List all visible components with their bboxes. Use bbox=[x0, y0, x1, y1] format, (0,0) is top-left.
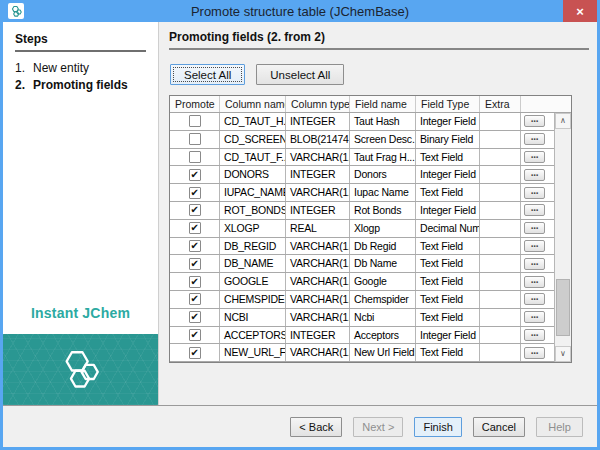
more-cell: ... bbox=[521, 238, 548, 255]
promote-checkbox[interactable] bbox=[189, 151, 201, 163]
cell-field-name: Xlogp bbox=[350, 220, 416, 237]
promote-checkbox[interactable]: ✔ bbox=[189, 329, 201, 341]
cell-extra bbox=[480, 344, 521, 361]
column-header[interactable]: Column name bbox=[220, 96, 286, 112]
finish-button[interactable]: Finish bbox=[414, 417, 461, 437]
column-header[interactable]: Column type bbox=[286, 96, 350, 112]
cell-field-name: Iupac Name bbox=[350, 184, 416, 201]
select-all-button[interactable]: Select All bbox=[170, 64, 245, 85]
cell-field-name: Donors bbox=[350, 166, 416, 183]
table-row[interactable]: ✔CHEMSPIDERVARCHAR(1...ChemspiderText Fi… bbox=[170, 291, 554, 309]
cell-field-type: Text Field bbox=[416, 255, 480, 272]
column-header[interactable]: Field name bbox=[350, 96, 416, 112]
cell-column-name: CHEMSPIDER bbox=[220, 291, 286, 308]
promote-checkbox[interactable]: ✔ bbox=[189, 187, 201, 199]
close-button[interactable]: × bbox=[563, 0, 597, 22]
cell-column-type: VARCHAR(1... bbox=[286, 273, 350, 290]
wizard-step-number: 2. bbox=[15, 78, 33, 92]
cell-column-name: NCBI bbox=[220, 309, 286, 326]
table-row[interactable]: CD_SCREEN...BLOB(21474...Screen Desc...B… bbox=[170, 131, 554, 149]
promote-checkbox[interactable]: ✔ bbox=[189, 222, 201, 234]
table-row[interactable]: ✔DONORSINTEGERDonorsInteger Field... bbox=[170, 166, 554, 184]
promote-cell: ✔ bbox=[170, 291, 220, 308]
promote-checkbox[interactable]: ✔ bbox=[189, 169, 201, 181]
row-options-button[interactable]: ... bbox=[524, 276, 545, 288]
row-options-button[interactable]: ... bbox=[524, 151, 545, 163]
row-options-button[interactable]: ... bbox=[524, 204, 545, 216]
column-header[interactable] bbox=[521, 96, 571, 112]
promote-cell bbox=[170, 113, 220, 130]
more-cell: ... bbox=[521, 220, 548, 237]
table-body: CD_TAUT_H...INTEGERTaut HashInteger Fiel… bbox=[170, 113, 554, 362]
promote-checkbox[interactable] bbox=[189, 115, 201, 127]
cell-column-type: INTEGER bbox=[286, 202, 350, 219]
table-row[interactable]: ✔NCBIVARCHAR(1...NcbiText Field... bbox=[170, 309, 554, 327]
table-row[interactable]: ✔ROT_BONDSINTEGERRot BondsInteger Field.… bbox=[170, 202, 554, 220]
promote-cell bbox=[170, 149, 220, 166]
row-options-button[interactable]: ... bbox=[524, 187, 545, 199]
cell-column-type: VARCHAR(1... bbox=[286, 291, 350, 308]
promote-cell: ✔ bbox=[170, 273, 220, 290]
cell-column-name: DONORS bbox=[220, 166, 286, 183]
scroll-down-button[interactable]: ∨ bbox=[555, 346, 571, 362]
table-row[interactable]: CD_TAUT_F...VARCHAR(1...Taut Frag H...Te… bbox=[170, 149, 554, 167]
promote-checkbox[interactable]: ✔ bbox=[189, 258, 201, 270]
row-options-button[interactable]: ... bbox=[524, 133, 545, 145]
cell-field-type: Text Field bbox=[416, 291, 480, 308]
row-options-button[interactable]: ... bbox=[524, 347, 545, 359]
cell-field-type: Integer Field bbox=[416, 166, 480, 183]
table-row[interactable]: ✔NEW_URL_FI...VARCHAR(1...New Url FieldT… bbox=[170, 344, 554, 362]
row-options-button[interactable]: ... bbox=[524, 293, 545, 305]
table-row[interactable]: ✔DB_REGIDVARCHAR(1...Db RegidText Field.… bbox=[170, 238, 554, 256]
cell-extra bbox=[480, 309, 521, 326]
table-row[interactable]: ✔XLOGPREALXlogpDecimal Num...... bbox=[170, 220, 554, 238]
page-title: Promoting fields (2. from 2) bbox=[169, 30, 589, 50]
table-row[interactable]: ✔GOOGLEVARCHAR(1...GoogleText Field... bbox=[170, 273, 554, 291]
steps-heading: Steps bbox=[15, 32, 146, 52]
cell-column-name: GOOGLE bbox=[220, 273, 286, 290]
cell-field-name: Ncbi bbox=[350, 309, 416, 326]
more-cell: ... bbox=[521, 184, 548, 201]
scroll-up-button[interactable]: ∧ bbox=[555, 113, 571, 129]
cell-field-name: Screen Desc... bbox=[350, 131, 416, 148]
row-options-button[interactable]: ... bbox=[524, 169, 545, 181]
table-row[interactable]: CD_TAUT_H...INTEGERTaut HashInteger Fiel… bbox=[170, 113, 554, 131]
vertical-scrollbar[interactable]: ∧ ∨ bbox=[554, 113, 571, 362]
promote-checkbox[interactable]: ✔ bbox=[189, 204, 201, 216]
row-options-button[interactable]: ... bbox=[524, 311, 545, 323]
table-row[interactable]: ✔ACCEPTORSINTEGERAcceptorsInteger Field.… bbox=[170, 327, 554, 345]
row-options-button[interactable]: ... bbox=[524, 240, 545, 252]
promote-cell: ✔ bbox=[170, 238, 220, 255]
back-button[interactable]: < Back bbox=[290, 417, 342, 437]
table-row[interactable]: ✔DB_NAMEVARCHAR(1...Db NameText Field... bbox=[170, 255, 554, 273]
brand-logo-panel bbox=[3, 334, 158, 405]
cell-column-type: VARCHAR(1... bbox=[286, 184, 350, 201]
promote-checkbox[interactable]: ✔ bbox=[189, 311, 201, 323]
more-cell: ... bbox=[521, 131, 548, 148]
scrollbar-track[interactable] bbox=[555, 129, 571, 346]
cell-field-type: Text Field bbox=[416, 344, 480, 361]
cell-field-type: Integer Field bbox=[416, 202, 480, 219]
cancel-button[interactable]: Cancel bbox=[473, 417, 525, 437]
cell-field-type: Decimal Num... bbox=[416, 220, 480, 237]
row-options-button[interactable]: ... bbox=[524, 258, 545, 270]
unselect-all-button[interactable]: Unselect All bbox=[256, 64, 344, 85]
column-header[interactable]: Promote bbox=[170, 96, 220, 112]
scrollbar-thumb[interactable] bbox=[556, 279, 570, 336]
column-header[interactable]: Field Type bbox=[416, 96, 480, 112]
cell-field-type: Text Field bbox=[416, 149, 480, 166]
promote-checkbox[interactable]: ✔ bbox=[189, 347, 201, 359]
row-options-button[interactable]: ... bbox=[524, 115, 545, 127]
promote-checkbox[interactable]: ✔ bbox=[189, 240, 201, 252]
table-row[interactable]: ✔IUPAC_NAMEVARCHAR(1...Iupac NameText Fi… bbox=[170, 184, 554, 202]
row-options-button[interactable]: ... bbox=[524, 222, 545, 234]
promote-checkbox[interactable]: ✔ bbox=[189, 293, 201, 305]
column-header[interactable]: Extra bbox=[480, 96, 521, 112]
promote-checkbox[interactable] bbox=[189, 133, 201, 145]
dialog-window: Promote structure table (JChemBase) × St… bbox=[0, 0, 600, 450]
promote-checkbox[interactable]: ✔ bbox=[189, 276, 201, 288]
more-cell: ... bbox=[521, 166, 548, 183]
dialog-body: Steps 1.New entity2.Promoting fields Ins… bbox=[0, 22, 600, 450]
wizard-step-number: 1. bbox=[15, 61, 33, 75]
row-options-button[interactable]: ... bbox=[524, 329, 545, 341]
